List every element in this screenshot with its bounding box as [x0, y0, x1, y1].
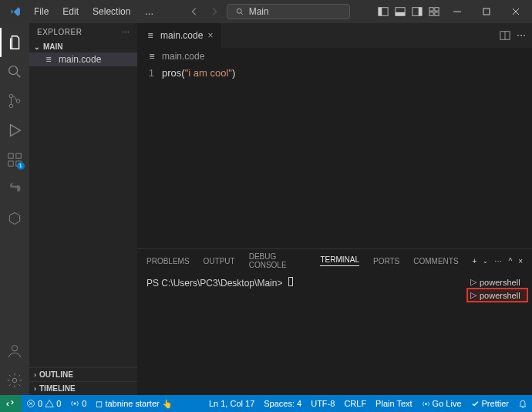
activity-hex-icon[interactable] — [0, 204, 29, 233]
search-icon — [235, 7, 244, 16]
timeline-label: TIMELINE — [39, 384, 76, 393]
status-tabnine[interactable]: ◻ tabnine starter 👆 — [91, 399, 177, 409]
chevron-right-icon: › — [34, 385, 36, 393]
terminal-instance-1[interactable]: ▷ powershell — [467, 275, 527, 289]
close-panel-icon[interactable]: × — [518, 257, 523, 265]
menu-file[interactable]: File — [28, 3, 55, 20]
editor-more-icon[interactable]: ⋯ — [517, 30, 526, 41]
svg-rect-4 — [396, 12, 405, 15]
svg-rect-16 — [8, 154, 13, 158]
layout-toggle-panel-icon[interactable] — [393, 5, 407, 19]
svg-rect-2 — [379, 8, 382, 16]
menu-more[interactable]: … — [138, 3, 160, 20]
file-icon: ≡ — [145, 30, 156, 41]
new-terminal-icon[interactable]: + — [473, 257, 477, 265]
activity-source-control-icon[interactable] — [0, 86, 29, 116]
breadcrumb[interactable]: main.code — [162, 51, 204, 62]
activity-extensions-icon[interactable]: 1 — [0, 145, 29, 174]
close-icon[interactable]: × — [207, 30, 213, 41]
layout-toggle-secondary-icon[interactable] — [410, 5, 424, 19]
status-golive[interactable]: Go Live — [417, 399, 466, 408]
chevron-down-icon: ⌄ — [34, 43, 40, 51]
menu-selection[interactable]: Selection — [86, 3, 136, 20]
panel-tab-problems[interactable]: PROBLEMS — [146, 257, 190, 265]
nav-forward-icon[interactable] — [207, 4, 222, 19]
terminal-icon: ▷ — [470, 290, 476, 300]
activity-run-debug-icon[interactable] — [0, 116, 29, 145]
maximize-panel-icon[interactable]: ^ — [508, 257, 512, 265]
status-prettier[interactable]: Prettier — [466, 399, 513, 408]
nav-back-icon[interactable] — [187, 4, 202, 19]
svg-point-13 — [9, 94, 13, 98]
svg-rect-10 — [435, 12, 439, 15]
status-language[interactable]: Plain Text — [371, 399, 417, 408]
status-ports[interactable]: 0 — [66, 399, 91, 408]
panel-tab-terminal[interactable]: TERMINAL — [320, 255, 359, 266]
terminal-instance-2[interactable]: ▷ powershell — [467, 289, 527, 302]
editor-tab-label: main.code — [160, 30, 203, 41]
panel-tab-output[interactable]: OUTPUT — [204, 257, 235, 265]
extensions-badge: 1 — [17, 162, 25, 170]
file-icon: ≡ — [146, 51, 157, 62]
error-icon — [26, 399, 35, 408]
code-line[interactable]: pros("i am cool") — [162, 66, 235, 248]
cursor — [288, 277, 293, 286]
svg-point-15 — [16, 100, 20, 103]
status-notifications-icon[interactable] — [513, 399, 532, 408]
menu-edit[interactable]: Edit — [56, 3, 85, 20]
svg-point-14 — [9, 104, 13, 108]
activity-python-icon[interactable] — [0, 174, 29, 204]
status-spaces[interactable]: Spaces: 4 — [259, 399, 306, 408]
layout-customize-icon[interactable] — [427, 5, 441, 19]
remote-indicator[interactable] — [0, 395, 22, 412]
window-close-button[interactable] — [503, 0, 529, 23]
file-icon: ≡ — [43, 54, 54, 65]
svg-rect-11 — [483, 8, 490, 15]
folder-name: MAIN — [43, 42, 63, 51]
terminal-instance-label: powershell — [480, 291, 520, 300]
command-center[interactable]: Main — [227, 4, 350, 19]
file-item-main[interactable]: ≡ main.code — [29, 52, 137, 66]
broadcast-icon — [422, 400, 430, 408]
warning-icon — [45, 399, 54, 408]
split-editor-icon[interactable] — [500, 30, 510, 41]
radio-icon — [70, 399, 79, 408]
sidebar-title: EXPLORER — [37, 28, 82, 36]
activity-explorer-icon[interactable] — [0, 28, 29, 57]
check-icon — [471, 400, 480, 408]
activity-search-icon[interactable] — [0, 57, 29, 86]
window-maximize-button[interactable] — [473, 0, 500, 23]
panel-tab-ports[interactable]: PORTS — [373, 257, 399, 265]
editor-tab-main[interactable]: ≡ main.code × — [137, 23, 221, 48]
terminal-output[interactable]: PS C:\Users\PC3\Desktop\Main> — [137, 272, 463, 395]
svg-point-0 — [237, 8, 241, 13]
panel-tab-debug[interactable]: DEBUG CONSOLE — [249, 252, 307, 269]
panel-more-icon[interactable]: ⋯ — [494, 257, 502, 265]
chevron-right-icon: › — [34, 371, 36, 379]
activity-settings-icon[interactable] — [0, 366, 29, 395]
terminal-dropdown-icon[interactable]: ⌄ — [483, 258, 488, 265]
folder-header[interactable]: ⌄ MAIN — [29, 41, 137, 52]
tabnine-icon: ◻ — [96, 399, 103, 409]
terminal-icon: ▷ — [470, 277, 476, 287]
pointer-icon: 👆 — [162, 399, 173, 409]
svg-rect-7 — [429, 8, 433, 11]
sidebar-more-icon[interactable]: ⋯ — [122, 28, 130, 36]
svg-rect-6 — [419, 8, 422, 16]
layout-toggle-sidebar-icon[interactable] — [376, 5, 390, 19]
panel-tab-comments[interactable]: COMMENTS — [413, 257, 458, 265]
svg-rect-19 — [16, 154, 21, 158]
window-minimize-button[interactable] — [444, 0, 470, 23]
status-encoding[interactable]: UTF-8 — [306, 399, 339, 408]
timeline-section[interactable]: › TIMELINE — [29, 381, 137, 395]
command-center-label: Main — [249, 6, 269, 17]
editor-body[interactable]: 1 pros("i am cool") — [137, 65, 532, 248]
terminal-prompt: PS C:\Users\PC3\Desktop\Main> — [146, 278, 282, 289]
status-eol[interactable]: CRLF — [339, 399, 371, 408]
activity-account-icon[interactable] — [0, 336, 29, 366]
svg-rect-9 — [429, 12, 433, 15]
svg-point-12 — [9, 66, 18, 75]
outline-section[interactable]: › OUTLINE — [29, 367, 137, 381]
status-problems[interactable]: 0 0 — [22, 399, 66, 408]
status-lncol[interactable]: Ln 1, Col 17 — [204, 399, 259, 408]
